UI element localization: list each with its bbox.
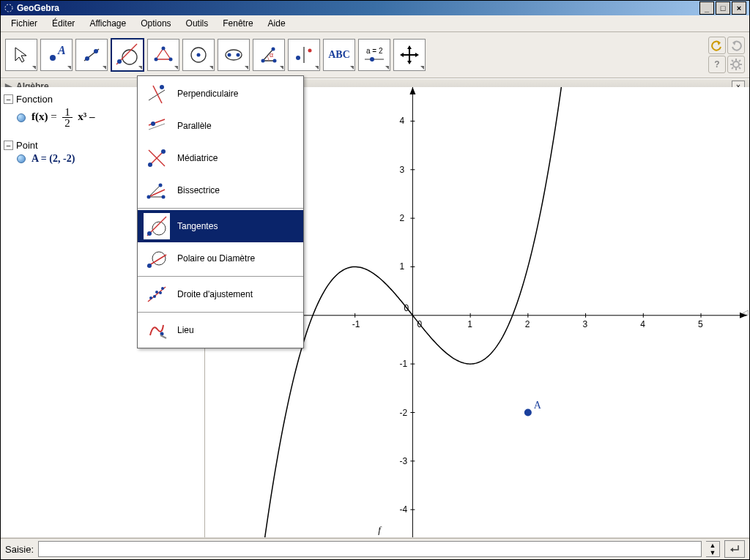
dropdown-item-label: Tangentes (177, 221, 218, 231)
svg-marker-33 (415, 53, 419, 57)
tool-move[interactable] (5, 39, 37, 71)
svg-point-10 (162, 47, 166, 51)
angle-icon: α (259, 45, 279, 65)
tool-special-line[interactable] (111, 38, 144, 72)
menu-window[interactable]: Fenêtre (217, 17, 259, 30)
svg-point-111 (153, 295, 156, 298)
tool-move-view[interactable] (393, 39, 426, 71)
menu-view[interactable]: Affichage (83, 17, 132, 30)
svg-line-41 (732, 60, 733, 61)
line-icon (81, 45, 102, 65)
tool-transform[interactable] (288, 39, 320, 71)
tree-collapse-icon[interactable]: – (4, 94, 13, 104)
fit-line-icon (144, 281, 170, 307)
maximize-button[interactable]: □ (716, 1, 730, 15)
slider-icon: a = 2 (362, 45, 387, 65)
menu-edit[interactable]: Éditer (46, 17, 81, 30)
dropdown-item-tangent[interactable]: Tangentes (138, 210, 303, 242)
svg-point-24 (308, 49, 312, 53)
app-window: GeoGebra _ □ × Fichier Éditer Affichage … (0, 0, 750, 560)
dropdown-item-polar[interactable]: Polaire ou Diamètre (138, 242, 303, 275)
tool-circle[interactable] (182, 39, 215, 71)
svg-point-89 (160, 85, 164, 89)
polygon-icon (153, 45, 174, 65)
menu-options[interactable]: Options (135, 17, 177, 30)
svg-point-16 (228, 53, 231, 57)
tangent-icon (144, 213, 170, 239)
svg-text:4: 4 (399, 116, 404, 126)
svg-point-1 (50, 55, 56, 61)
tool-point[interactable]: A (40, 39, 73, 71)
command-input[interactable] (38, 541, 702, 557)
svg-marker-116 (730, 548, 733, 552)
svg-text:1: 1 (399, 261, 404, 272)
svg-marker-30 (407, 45, 412, 49)
svg-point-106 (152, 252, 166, 265)
dropdown-item-label: Médiatrice (177, 153, 218, 163)
visibility-toggle-icon[interactable] (17, 113, 26, 122)
tool-slider[interactable]: a = 2 (358, 39, 390, 71)
reflect-icon (294, 45, 314, 65)
side-expand-button[interactable]: ◁ (742, 302, 749, 324)
menu-file[interactable]: Fichier (5, 17, 43, 30)
help-icon: ? (714, 59, 719, 70)
dropdown-item-angle-bisector[interactable]: Bissectrice (138, 174, 303, 206)
locus-icon (144, 317, 170, 343)
dropdown-item-label: Polaire ou Diamètre (177, 253, 255, 264)
dropdown-item-perpendicular-bisector[interactable]: Médiatrice (138, 142, 303, 174)
tree-collapse-icon[interactable]: – (4, 141, 13, 150)
undo-button[interactable] (708, 37, 726, 54)
dropdown-item-locus[interactable]: Lieu (138, 314, 303, 346)
svg-text:A: A (534, 400, 542, 411)
svg-point-110 (149, 296, 152, 299)
svg-point-100 (147, 195, 151, 199)
svg-point-12 (155, 58, 158, 61)
toolbar: A α ABC (1, 32, 749, 78)
svg-text:5: 5 (698, 319, 703, 329)
svg-point-20 (272, 48, 275, 51)
minimize-button[interactable]: _ (699, 1, 714, 15)
titlebar: GeoGebra _ □ × (1, 1, 749, 15)
svg-point-112 (155, 291, 158, 294)
svg-text:3: 3 (399, 165, 404, 175)
tool-angle[interactable]: α (253, 39, 285, 71)
svg-text:α: α (270, 51, 273, 59)
app-title: GeoGebra (17, 3, 59, 13)
svg-marker-32 (400, 53, 404, 57)
main-area: – Fonction f(x) = 12 x³ – – Point A = (2… (1, 87, 749, 537)
tool-conic[interactable] (218, 39, 250, 71)
menubar: Fichier Éditer Affichage Options Outils … (1, 15, 749, 32)
svg-text:-2: -2 (399, 408, 407, 418)
tool-line[interactable] (75, 39, 108, 71)
input-submit-button[interactable] (724, 540, 745, 558)
gear-icon (730, 59, 742, 70)
svg-point-113 (159, 291, 162, 294)
dropdown-item-fit-line[interactable]: Droite d'ajustement (138, 278, 303, 310)
svg-point-5 (94, 49, 98, 53)
toolbar-right: ? (708, 37, 745, 73)
dropdown-item-label: Parallèle (177, 121, 212, 131)
symbol-picker-button[interactable]: ▲▼ (706, 541, 720, 557)
angle-bisector-icon (144, 177, 170, 204)
svg-text:3: 3 (583, 319, 588, 329)
menu-tools[interactable]: Outils (180, 17, 215, 30)
enter-icon (729, 544, 740, 554)
redo-button[interactable] (727, 37, 745, 54)
dropdown-item-parallel[interactable]: Parallèle (138, 110, 303, 142)
svg-line-44 (739, 60, 740, 61)
svg-point-14 (197, 53, 201, 57)
pan-icon (399, 45, 420, 65)
settings-button[interactable] (727, 56, 745, 73)
help-button[interactable]: ? (708, 56, 726, 73)
tree-label: Point (16, 140, 38, 151)
dropdown-item-perpendicular[interactable]: Perpendiculaire (138, 78, 303, 110)
visibility-toggle-icon[interactable] (17, 154, 26, 163)
svg-marker-31 (407, 61, 412, 64)
close-button[interactable]: × (732, 1, 746, 15)
dropdown-item-label: Bissectrice (177, 185, 220, 195)
svg-line-43 (732, 67, 733, 69)
tool-text[interactable]: ABC (323, 39, 355, 71)
svg-point-4 (85, 56, 89, 61)
menu-help[interactable]: Aide (262, 17, 292, 30)
tool-polygon[interactable] (147, 39, 179, 71)
